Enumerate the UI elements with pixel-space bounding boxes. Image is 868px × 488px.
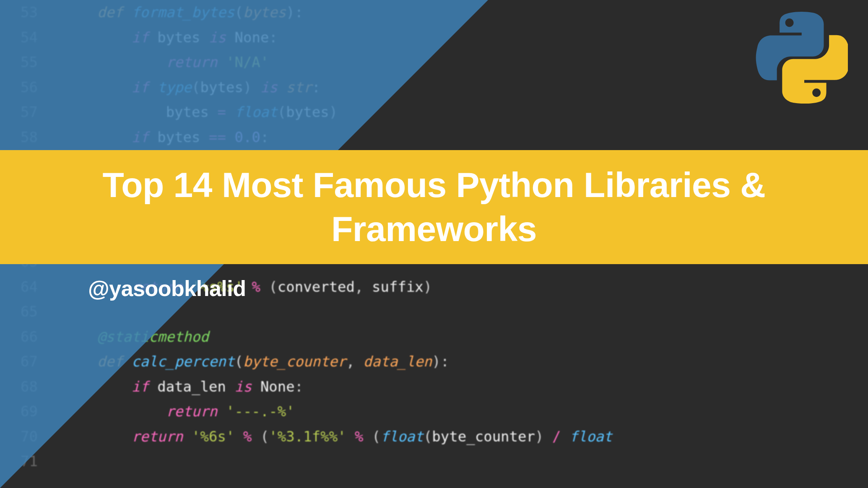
author-handle: @yasoobkhalid: [88, 276, 246, 301]
main-title: Top 14 Most Famous Python Libraries & Fr…: [34, 163, 834, 251]
python-logo-icon: [756, 12, 848, 104]
title-band: Top 14 Most Famous Python Libraries & Fr…: [0, 150, 868, 264]
